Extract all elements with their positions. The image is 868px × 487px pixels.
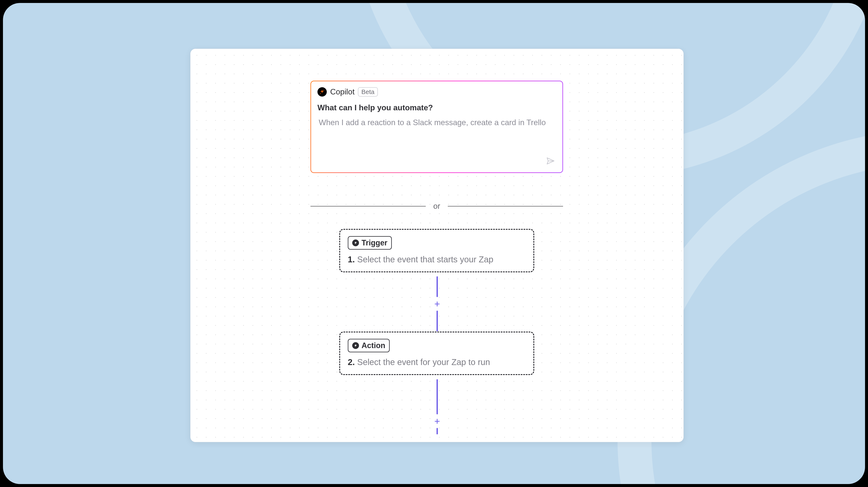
action-pill: Action xyxy=(348,339,390,352)
add-step-button[interactable]: + xyxy=(433,300,441,308)
action-pill-label: Action xyxy=(362,341,385,350)
editor-canvas: Copilot Beta What can I help you automat… xyxy=(190,49,684,442)
copilot-panel: Copilot Beta What can I help you automat… xyxy=(310,81,563,173)
or-divider: or xyxy=(310,202,563,211)
divider-line xyxy=(310,206,426,206)
send-icon xyxy=(546,156,555,166)
connector-line xyxy=(437,379,438,414)
sparkle-icon xyxy=(317,87,327,97)
svg-point-1 xyxy=(320,93,321,94)
send-button[interactable] xyxy=(545,155,557,167)
step-desc-text: Select the event for your Zap to run xyxy=(357,357,490,367)
beta-badge: Beta xyxy=(358,87,378,97)
action-step[interactable]: Action 2. Select the event for your Zap … xyxy=(339,332,534,375)
connector: + xyxy=(435,379,439,434)
connector-line xyxy=(437,311,438,331)
connector-line xyxy=(437,428,438,434)
step-number: 1. xyxy=(348,255,355,264)
bolt-icon xyxy=(352,342,359,349)
page-background: Copilot Beta What can I help you automat… xyxy=(3,3,865,484)
divider-line xyxy=(448,206,563,206)
connector: + xyxy=(435,276,439,331)
step-desc-text: Select the event that starts your Zap xyxy=(357,255,493,264)
copilot-header: Copilot Beta xyxy=(317,87,556,97)
trigger-pill: Trigger xyxy=(348,236,392,250)
connector-line xyxy=(437,276,438,297)
step-number: 2. xyxy=(348,357,355,367)
add-step-button[interactable]: + xyxy=(433,417,441,425)
copilot-panel-inner: Copilot Beta What can I help you automat… xyxy=(311,81,562,172)
trigger-step[interactable]: Trigger 1. Select the event that starts … xyxy=(339,229,534,272)
svg-point-0 xyxy=(323,90,324,91)
trigger-pill-label: Trigger xyxy=(362,238,388,247)
bolt-icon xyxy=(352,239,359,246)
trigger-description: 1. Select the event that starts your Zap xyxy=(348,255,526,264)
or-label: or xyxy=(433,202,440,211)
action-description: 2. Select the event for your Zap to run xyxy=(348,357,526,367)
copilot-title: Copilot xyxy=(330,88,354,96)
copilot-prompt: What can I help you automate? xyxy=(317,103,556,112)
copilot-input[interactable] xyxy=(317,117,556,128)
